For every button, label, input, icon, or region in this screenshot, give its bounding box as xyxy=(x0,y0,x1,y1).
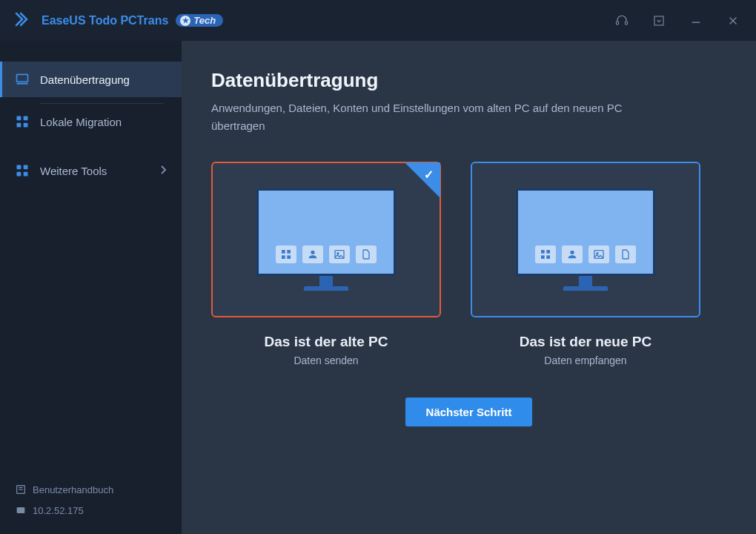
user-icon xyxy=(302,245,323,263)
grid-icon xyxy=(15,163,30,178)
manual-label: Benutzerhandbuch xyxy=(33,484,113,495)
tech-badge: ★ Tech xyxy=(176,14,223,27)
logo-area: EaseUS Todo PCTrans ★ Tech xyxy=(15,12,223,30)
svg-rect-7 xyxy=(24,116,28,121)
sidebar-item-label: Lokale Migration xyxy=(40,116,122,128)
monitor-icon xyxy=(15,72,30,87)
sidebar-item-data-transfer[interactable]: Datenübertragung xyxy=(0,62,182,97)
sidebar-item-local-migration[interactable]: Lokale Migration xyxy=(0,104,182,139)
product-name: EaseUS Todo PCTrans xyxy=(42,14,168,27)
page-description: Anwendungen, Dateien, Konten und Einstel… xyxy=(211,99,671,135)
svg-rect-26 xyxy=(546,250,550,254)
svg-point-24 xyxy=(337,253,339,254)
card-title: Das ist der alte PC xyxy=(211,334,441,350)
old-pc-labels: Das ist der alte PC Daten senden xyxy=(211,334,441,366)
card-subtitle: Daten senden xyxy=(211,355,441,366)
ip-address: 10.2.52.175 xyxy=(33,505,84,516)
titlebar: EaseUS Todo PCTrans ★ Tech xyxy=(0,0,756,41)
badge-text: Tech xyxy=(193,15,216,26)
svg-rect-12 xyxy=(17,172,21,177)
window-controls xyxy=(614,13,741,29)
svg-point-22 xyxy=(311,251,314,254)
svg-rect-9 xyxy=(24,123,28,128)
card-labels-row: Das ist der alte PC Daten senden Das ist… xyxy=(211,334,726,366)
svg-rect-25 xyxy=(541,250,545,254)
svg-point-31 xyxy=(597,253,598,254)
check-icon: ✓ xyxy=(424,168,434,182)
svg-rect-11 xyxy=(24,165,28,170)
user-manual-link[interactable]: Benutzerhandbuch xyxy=(15,479,167,500)
grid-icon xyxy=(15,114,30,129)
image-icon xyxy=(329,245,350,263)
card-title: Das ist der neue PC xyxy=(471,334,700,350)
sidebar-item-label: Weitere Tools xyxy=(40,165,107,177)
dropdown-icon[interactable] xyxy=(651,13,667,29)
file-icon xyxy=(615,245,636,263)
svg-rect-19 xyxy=(287,250,291,254)
sidebar-footer: Benutzerhandbuch 10.2.52.175 xyxy=(0,479,182,534)
body-area: Datenübertragung Lokale Migration Weiter… xyxy=(0,41,756,534)
svg-rect-13 xyxy=(24,172,28,177)
ip-icon xyxy=(15,504,27,516)
old-pc-card[interactable]: ✓ xyxy=(211,162,441,317)
svg-rect-21 xyxy=(287,255,291,259)
minimize-button[interactable] xyxy=(688,13,704,29)
button-row: Nächster Schritt xyxy=(211,398,726,426)
svg-rect-27 xyxy=(541,255,545,259)
svg-rect-10 xyxy=(17,165,21,170)
apps-icon xyxy=(535,245,556,263)
brand-logo-icon xyxy=(15,12,34,30)
next-step-button[interactable]: Nächster Schritt xyxy=(405,398,533,426)
svg-rect-28 xyxy=(546,255,550,259)
svg-rect-17 xyxy=(17,507,25,513)
close-button[interactable] xyxy=(725,13,741,29)
sidebar-item-more-tools[interactable]: Weitere Tools xyxy=(0,153,182,188)
selected-corner xyxy=(405,162,440,198)
pc-selection-cards: ✓ xyxy=(211,162,726,317)
svg-rect-6 xyxy=(17,116,21,121)
sidebar-item-label: Datenübertragung xyxy=(40,73,130,86)
svg-rect-18 xyxy=(282,250,285,254)
file-icon xyxy=(356,245,377,263)
monitor-illustration xyxy=(516,188,655,291)
monitor-illustration xyxy=(256,188,396,291)
user-icon xyxy=(562,245,583,263)
card-subtitle: Daten empfangen xyxy=(471,355,700,366)
support-icon[interactable] xyxy=(614,13,630,29)
svg-rect-8 xyxy=(17,123,21,128)
main-content: Datenübertragung Anwendungen, Dateien, K… xyxy=(182,41,756,534)
sidebar: Datenübertragung Lokale Migration Weiter… xyxy=(0,41,182,534)
image-icon xyxy=(588,245,609,263)
new-pc-labels: Das ist der neue PC Daten empfangen xyxy=(471,334,700,366)
book-icon xyxy=(15,484,27,495)
svg-rect-20 xyxy=(282,255,285,259)
ip-address-row: 10.2.52.175 xyxy=(15,500,167,521)
apps-icon xyxy=(276,245,296,263)
svg-rect-0 xyxy=(654,16,663,25)
svg-point-29 xyxy=(570,251,574,254)
star-icon: ★ xyxy=(180,16,190,26)
new-pc-card[interactable] xyxy=(471,162,700,317)
page-title: Datenübertragung xyxy=(211,69,726,92)
chevron-right-icon xyxy=(159,165,167,177)
svg-rect-4 xyxy=(17,74,28,82)
